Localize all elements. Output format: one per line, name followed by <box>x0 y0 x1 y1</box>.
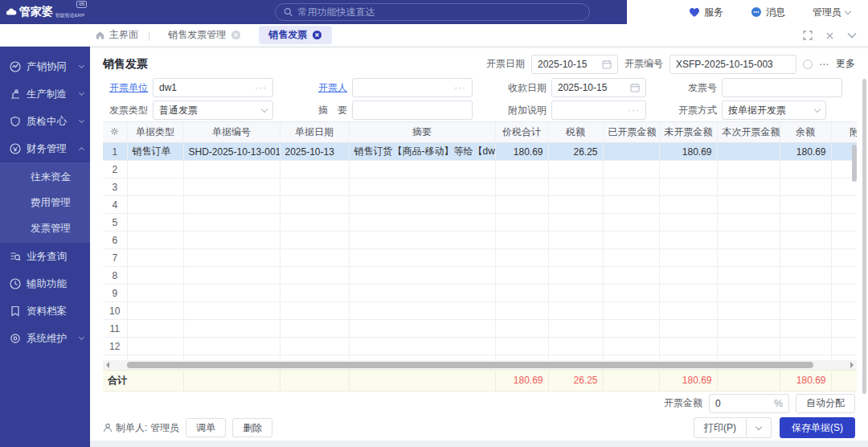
cell-extra[interactable] <box>831 214 857 232</box>
cell-invoiced[interactable] <box>603 285 659 302</box>
cell-invoiced[interactable] <box>603 232 659 249</box>
cell-tax[interactable] <box>548 196 603 214</box>
percent-icon[interactable]: % <box>774 398 783 409</box>
cell-tax[interactable] <box>548 232 603 249</box>
close-all-icon[interactable] <box>825 31 834 40</box>
table-row[interactable]: 4 <box>103 196 857 214</box>
cell-this_invoice[interactable] <box>717 267 780 285</box>
cell-total[interactable] <box>495 338 548 355</box>
fetch-order-button[interactable]: 调单 <box>186 418 226 437</box>
cell-index[interactable]: 12 <box>103 338 127 355</box>
cell-balance[interactable] <box>780 355 831 359</box>
cell-this_invoice[interactable] <box>717 214 780 232</box>
cell-this_invoice[interactable] <box>717 143 780 161</box>
table-row[interactable]: 8 <box>103 267 857 285</box>
cell-date[interactable] <box>280 196 349 214</box>
cell-index[interactable]: 10 <box>103 302 127 320</box>
cell-type[interactable] <box>127 320 183 338</box>
cell-uninvoiced[interactable] <box>659 196 717 214</box>
invoice-number-field[interactable] <box>722 78 842 97</box>
cell-balance[interactable] <box>780 196 831 214</box>
cell-this_invoice[interactable] <box>717 232 780 249</box>
cell-tax[interactable]: 26.25 <box>548 143 603 161</box>
cell-balance[interactable] <box>780 249 831 267</box>
cell-no[interactable] <box>183 302 280 320</box>
cell-total[interactable] <box>495 196 548 214</box>
cell-type[interactable] <box>127 161 183 178</box>
cell-index[interactable]: 13 <box>103 355 127 359</box>
cell-index[interactable]: 11 <box>103 320 127 338</box>
cell-total[interactable] <box>495 161 548 178</box>
cell-summary[interactable] <box>349 249 495 267</box>
cell-uninvoiced[interactable] <box>659 161 717 178</box>
invoice-amount-field[interactable]: % <box>709 394 789 413</box>
cell-balance[interactable] <box>780 338 831 355</box>
cell-invoiced[interactable] <box>603 196 659 214</box>
sidebar-item-current-funds[interactable]: 往来资金 <box>0 164 90 190</box>
column-header[interactable]: 税额 <box>548 122 603 143</box>
grid-vertical-scrollbar[interactable] <box>852 145 857 182</box>
cell-no[interactable] <box>183 161 280 178</box>
table-row[interactable]: 1销售订单SHD-2025-10-13-0012025-10-13销售订货【商品… <box>103 143 857 161</box>
cell-balance[interactable] <box>780 320 831 338</box>
print-button[interactable]: 打印(P) <box>694 417 747 438</box>
cell-type[interactable] <box>127 178 183 196</box>
print-dropdown-button[interactable] <box>747 417 772 438</box>
table-row[interactable]: 10 <box>103 302 857 320</box>
cell-invoiced[interactable] <box>603 143 659 161</box>
cell-balance[interactable] <box>780 161 831 178</box>
cell-extra[interactable] <box>831 196 857 214</box>
sidebar-item-business-query[interactable]: 业务查询 <box>0 243 90 270</box>
tab-sales-invoice-manage[interactable]: 销售发票管理 <box>158 26 251 44</box>
cell-summary[interactable] <box>349 161 495 178</box>
cell-total[interactable] <box>495 285 548 302</box>
cell-tax[interactable] <box>548 320 603 338</box>
expand-icon[interactable] <box>803 31 813 40</box>
cell-total[interactable] <box>495 178 548 196</box>
sidebar-item-finance[interactable]: 财务管理 <box>0 135 90 162</box>
column-header[interactable]: 已开票金额 <box>603 122 659 143</box>
close-tab-icon[interactable] <box>231 30 241 40</box>
invoice-no-field[interactable]: XSFP-2025-10-15-003 <box>669 55 796 74</box>
cell-date[interactable] <box>280 302 349 320</box>
service-menu[interactable]: 服务 <box>689 6 723 19</box>
cell-no[interactable] <box>183 267 280 285</box>
sidebar-item-data-archive[interactable]: 资料档案 <box>0 297 90 325</box>
cell-invoiced[interactable] <box>603 267 659 285</box>
billing-unit-link[interactable]: 开票单位 <box>103 81 148 95</box>
table-row[interactable]: 2 <box>103 161 857 178</box>
cell-extra[interactable] <box>831 320 857 338</box>
column-header[interactable]: 附加说明 <box>831 122 857 143</box>
cell-invoiced[interactable] <box>603 214 659 232</box>
more-button[interactable]: 更多 <box>836 57 855 71</box>
cell-this_invoice[interactable] <box>717 320 780 338</box>
cell-extra[interactable] <box>831 249 857 267</box>
cell-no[interactable] <box>183 214 280 232</box>
message-menu[interactable]: 消息 <box>751 6 785 19</box>
cell-total[interactable] <box>495 302 548 320</box>
cell-this_invoice[interactable] <box>717 178 780 196</box>
refresh-icon[interactable] <box>803 59 813 69</box>
scroll-right-icon[interactable] <box>850 362 854 368</box>
cell-balance[interactable] <box>780 302 831 320</box>
cell-balance[interactable] <box>780 285 831 302</box>
cell-summary[interactable] <box>349 196 495 214</box>
cell-date[interactable] <box>280 214 349 232</box>
cell-uninvoiced[interactable] <box>659 267 717 285</box>
column-header[interactable]: 摘要 <box>349 122 495 143</box>
invoice-amount-input[interactable] <box>715 398 764 409</box>
cell-invoiced[interactable] <box>603 161 659 178</box>
cell-balance[interactable] <box>780 178 831 196</box>
cell-index[interactable]: 4 <box>103 196 127 214</box>
cell-uninvoiced[interactable] <box>659 320 717 338</box>
biller-field[interactable]: ··· <box>352 78 473 97</box>
billing-method-select[interactable]: 按单据开发票 <box>722 100 826 120</box>
cell-no[interactable] <box>183 338 280 355</box>
cell-balance[interactable] <box>780 232 831 249</box>
cell-no[interactable] <box>183 196 280 214</box>
scroll-left-icon[interactable] <box>106 362 109 368</box>
delete-button[interactable]: 删除 <box>232 418 272 437</box>
cell-date[interactable] <box>280 285 349 302</box>
cell-invoiced[interactable] <box>603 320 659 338</box>
cell-total[interactable]: 180.69 <box>495 143 548 161</box>
